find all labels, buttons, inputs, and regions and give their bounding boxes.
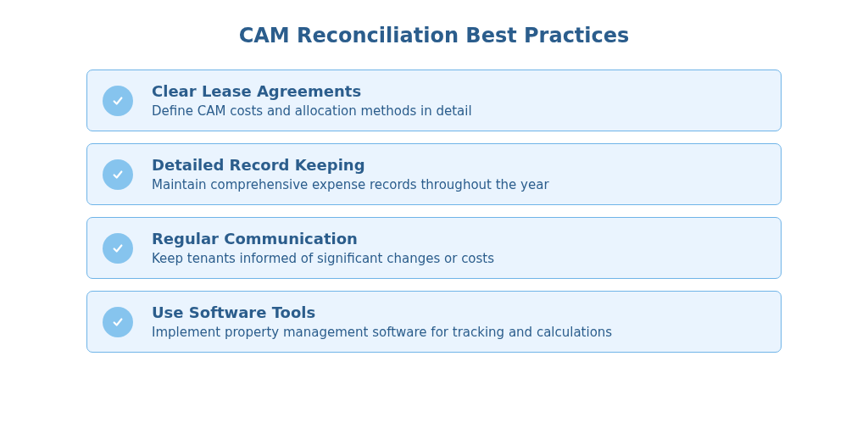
- list-item: Detailed Record Keeping Maintain compreh…: [86, 143, 782, 205]
- list-item-text: Regular Communication Keep tenants infor…: [152, 230, 494, 266]
- list-item-heading: Use Software Tools: [152, 303, 612, 321]
- list-item-heading: Detailed Record Keeping: [152, 156, 549, 174]
- list-item-heading: Regular Communication: [152, 230, 494, 248]
- list-item: Clear Lease Agreements Define CAM costs …: [86, 70, 782, 131]
- check-icon: [103, 233, 133, 264]
- list-item-desc: Maintain comprehensive expense records t…: [152, 177, 549, 192]
- check-icon: [103, 159, 133, 190]
- list-item-heading: Clear Lease Agreements: [152, 82, 472, 100]
- list-item: Use Software Tools Implement property ma…: [86, 291, 782, 353]
- list-item-desc: Implement property management software f…: [152, 325, 612, 340]
- list-item: Regular Communication Keep tenants infor…: [86, 217, 782, 279]
- list-item-desc: Define CAM costs and allocation methods …: [152, 103, 472, 119]
- check-icon: [103, 86, 133, 116]
- list-item-text: Clear Lease Agreements Define CAM costs …: [152, 82, 472, 119]
- list-item-text: Detailed Record Keeping Maintain compreh…: [152, 156, 549, 192]
- list-item-desc: Keep tenants informed of significant cha…: [152, 251, 494, 266]
- best-practices-list: Clear Lease Agreements Define CAM costs …: [86, 70, 782, 353]
- page-title: CAM Reconciliation Best Practices: [239, 24, 630, 47]
- list-item-text: Use Software Tools Implement property ma…: [152, 303, 612, 340]
- check-icon: [103, 307, 133, 337]
